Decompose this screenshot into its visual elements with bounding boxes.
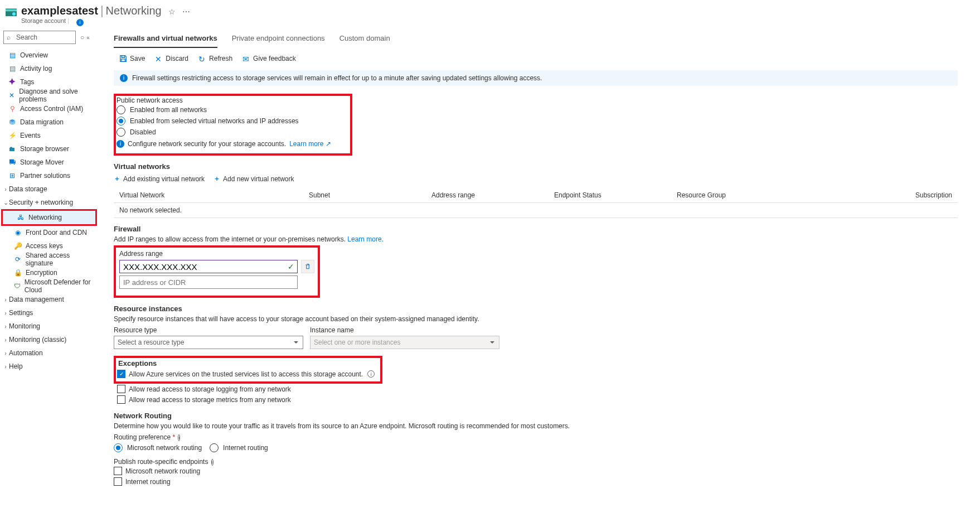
plus-icon: ＋ — [114, 174, 120, 183]
search-input[interactable] — [3, 31, 76, 44]
pna-highlight: Public network access Enabled from all n… — [114, 94, 352, 156]
check-icon: ✓ — [288, 262, 294, 271]
ri-name-label: Instance name — [310, 326, 499, 334]
nav-networking[interactable]: 🖧Networking — [3, 211, 95, 224]
main: Firewalls and virtual networks Private e… — [98, 26, 980, 504]
delete-button[interactable] — [301, 260, 314, 273]
add-new-vn[interactable]: ＋Add new virtual network — [214, 174, 294, 183]
nav-storage-mover[interactable]: ⛟Storage Mover — [0, 156, 98, 169]
info-icon: i — [120, 74, 128, 82]
search-icon: ⌕ — [7, 33, 11, 41]
title-separator: | — [100, 3, 104, 18]
radio-icon — [117, 117, 125, 125]
pna-radio-selected[interactable]: Enabled from selected virtual networks a… — [117, 115, 331, 127]
nav-partner[interactable]: ⊞Partner solutions — [0, 169, 98, 182]
add-existing-vn[interactable]: ＋Add existing virtual network — [114, 174, 205, 183]
ex-cb-metrics[interactable]: Allow read access to storage metrics fro… — [117, 394, 980, 405]
fw-highlight: Address range ✓ — [114, 245, 320, 298]
fw-title: Firewall — [114, 225, 980, 233]
nr-desc: Determine how you would like to route yo… — [114, 422, 980, 430]
svg-rect-0 — [6, 8, 17, 11]
nav-iam[interactable]: ⚲Access Control (IAM) — [0, 102, 98, 115]
vn-col-rg: Resource Group — [677, 191, 788, 199]
ri-type-label: Resource type — [114, 326, 303, 334]
vn-col-sub: Subscription — [788, 191, 952, 199]
ri-title: Resource instances — [114, 304, 980, 313]
more-icon[interactable]: ⋯ — [182, 7, 190, 16]
checkbox-icon — [117, 385, 125, 393]
info-icon: i — [117, 140, 124, 148]
discard-button[interactable]: ✕Discard — [155, 55, 188, 62]
radio-icon — [117, 128, 125, 137]
nr-radio-internet[interactable]: Internet routing — [210, 442, 268, 453]
sidebar-collapse2-icon[interactable]: « — [86, 35, 90, 41]
nr-cb-ms[interactable]: Microsoft network routing — [114, 466, 980, 476]
info-icon[interactable]: i — [178, 434, 180, 441]
tab-custom-domain[interactable]: Custom domain — [339, 31, 390, 48]
checkbox-icon — [117, 395, 125, 404]
feedback-button[interactable]: ✉Give feedback — [242, 55, 296, 62]
nr-cb-internet[interactable]: Internet routing — [114, 476, 980, 487]
fw-addr-placeholder-input[interactable] — [119, 275, 298, 289]
nav-activity-log[interactable]: ▤Activity log — [0, 62, 98, 75]
trash-icon — [304, 263, 311, 270]
nav-front-door[interactable]: ◉Front Door and CDN — [0, 226, 98, 239]
nav-storage-browser[interactable]: 🖿Storage browser — [0, 142, 98, 156]
nav-data-migration[interactable]: ⛃Data migration — [0, 115, 98, 129]
fw-learn-link[interactable]: Learn more. — [347, 235, 384, 243]
info-icon[interactable]: i — [367, 370, 375, 378]
sidebar: ⌕ ○ « ▤Overview ▤Activity log ⯌Tags ✕Dia… — [0, 26, 98, 504]
nav-monitoring[interactable]: ›Monitoring — [0, 320, 98, 333]
nav-monitoring-classic[interactable]: ›Monitoring (classic) — [0, 333, 98, 346]
nav-automation[interactable]: ›Automation — [0, 346, 98, 360]
resource-name: examplesatest — [21, 4, 98, 17]
chevron-right-icon: › — [2, 336, 9, 343]
nav-diagnose[interactable]: ✕Diagnose and solve problems — [0, 89, 98, 102]
nav-data-storage[interactable]: ›Data storage — [0, 182, 98, 196]
ex-title: Exceptions — [118, 359, 375, 368]
nav-events[interactable]: ⚡Events — [0, 129, 98, 142]
nr-title: Network Routing — [114, 412, 980, 420]
nav-settings[interactable]: ›Settings — [0, 306, 98, 320]
sidebar-collapse-icon[interactable]: ○ — [80, 33, 84, 41]
pin-icon[interactable]: ☆ — [168, 7, 176, 16]
pna-learn-link[interactable]: Learn more ↗ — [289, 140, 331, 148]
nav-overview[interactable]: ▤Overview — [0, 49, 98, 62]
save-icon — [119, 55, 127, 62]
ri-type-select[interactable]: Select a resource type — [114, 336, 303, 349]
pna-radio-all[interactable]: Enabled from all networks — [117, 104, 331, 115]
ex-highlight: Exceptions ✓Allow Azure services on the … — [114, 356, 382, 384]
tab-private-endpoint[interactable]: Private endpoint connections — [232, 31, 325, 48]
nav-security-networking[interactable]: ⌄Security + networking — [0, 196, 98, 209]
nav-encryption[interactable]: 🔒Encryption — [0, 266, 98, 279]
vn-title: Virtual networks — [114, 162, 980, 171]
nav-help[interactable]: ›Help — [0, 360, 98, 373]
page-header: examplesatest | Networking ☆ ⋯ Storage a… — [0, 0, 980, 26]
info-icon[interactable]: i — [76, 19, 84, 26]
fw-addr-input[interactable] — [119, 260, 298, 273]
ex-cb-trusted[interactable]: ✓Allow Azure services on the trusted ser… — [117, 369, 375, 379]
pna-radio-disabled[interactable]: Disabled — [117, 127, 331, 138]
save-button[interactable]: Save — [119, 55, 145, 62]
nav-defender[interactable]: 🛡Microsoft Defender for Cloud — [0, 279, 98, 293]
tab-firewalls[interactable]: Firewalls and virtual networks — [114, 31, 217, 48]
chevron-right-icon: › — [2, 323, 9, 330]
vn-col-range: Address range — [431, 191, 554, 199]
nav-sas[interactable]: ⟳Shared access signature — [0, 253, 98, 266]
nav-data-management[interactable]: ›Data management — [0, 293, 98, 306]
feedback-icon: ✉ — [242, 55, 250, 62]
chevron-right-icon: › — [2, 296, 9, 303]
vn-col-endpoint: Endpoint Status — [554, 191, 677, 199]
radio-icon — [114, 443, 123, 452]
resource-type: Storage account — [21, 17, 66, 24]
nr-radio-ms[interactable]: Microsoft network routing — [114, 442, 202, 453]
storage-account-icon — [4, 6, 18, 19]
info-icon[interactable]: i — [211, 459, 214, 466]
nav-access-keys[interactable]: 🔑Access keys — [0, 239, 98, 253]
refresh-button[interactable]: ↻Refresh — [198, 55, 232, 62]
ex-cb-logging[interactable]: Allow read access to storage logging fro… — [117, 384, 980, 394]
ri-desc: Specify resource instances that will hav… — [114, 315, 980, 323]
chevron-down-icon: ⌄ — [2, 199, 9, 206]
ri-name-select: Select one or more instances — [310, 336, 499, 349]
nav-tags[interactable]: ⯌Tags — [0, 75, 98, 89]
